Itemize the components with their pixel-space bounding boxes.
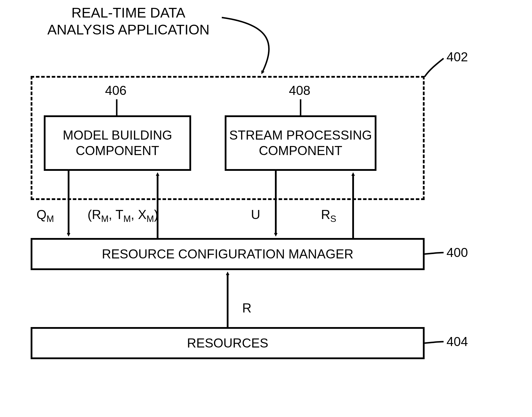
ref-400: 400 [446,245,468,260]
label-qm: QM [36,207,54,224]
label-rm-tm-xm: (RM, TM, XM) [88,207,158,224]
title-pointer [222,18,269,72]
resource-config-manager-box: RESOURCE CONFIGURATION MANAGER [31,238,425,270]
ref-404: 404 [446,334,468,349]
resources-box: RESOURCES [31,327,425,359]
leader-402 [425,58,444,77]
title-label: REAL-TIME DATA ANALYSIS APPLICATION [35,4,222,38]
label-r: R [242,301,252,315]
ref-408: 408 [289,83,310,98]
ref-406: 406 [105,83,126,98]
leader-404 [425,342,444,343]
leader-400 [425,253,444,254]
stream-processing-box: STREAM PROCESSING COMPONENT [225,115,376,171]
label-u: U [251,207,260,222]
label-rs: RS [321,207,336,224]
ref-402: 402 [446,50,468,64]
model-building-box: MODEL BUILDING COMPONENT [44,115,191,171]
